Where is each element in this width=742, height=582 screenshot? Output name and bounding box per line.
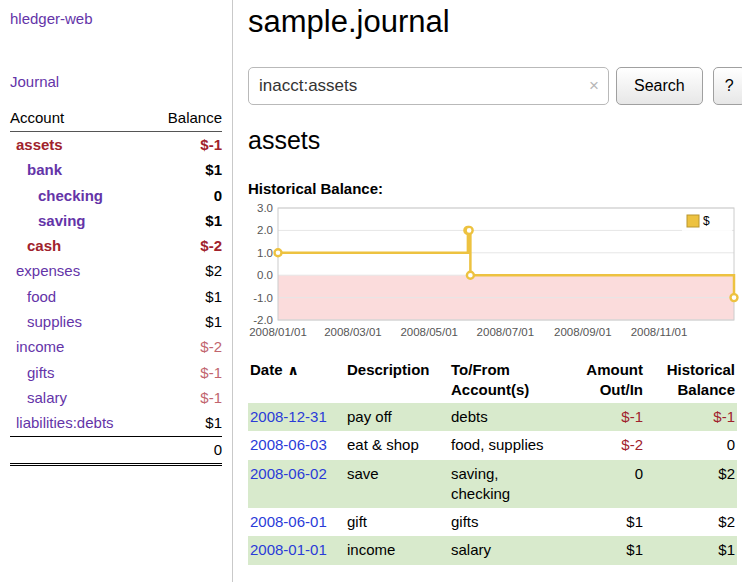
account-link[interactable]: expenses	[16, 262, 80, 279]
account-row: liabilities:debts$1	[10, 410, 222, 436]
account-link[interactable]: saving	[38, 212, 86, 229]
page-title: sample.journal	[248, 4, 742, 40]
data-point-marker	[467, 272, 474, 279]
historical-balance-chart: 3.02.01.00.0-1.0-2.02008/01/012008/03/01…	[248, 202, 740, 344]
account-balance: $-2	[149, 233, 222, 258]
clear-search-icon[interactable]: ×	[589, 76, 599, 96]
account-balance: $1	[149, 157, 222, 182]
transaction-balance: $-1	[645, 403, 737, 431]
accounts-header-row: Account Balance	[10, 107, 222, 132]
accounts-header-balance: Balance	[149, 107, 222, 132]
account-link[interactable]: checking	[38, 187, 103, 204]
x-tick-label: 2008/01/01	[249, 326, 307, 338]
account-link[interactable]: gifts	[27, 364, 55, 381]
y-tick-label: 1.0	[257, 247, 273, 259]
account-link[interactable]: bank	[27, 161, 62, 178]
register-row: 2008-06-02savesaving, checking0$2	[248, 460, 737, 509]
transaction-accounts: gifts	[449, 508, 561, 536]
register-header-row: Date∧ Description To/From Account(s) Amo…	[248, 356, 737, 403]
column-header-amount: Amount Out/In	[561, 356, 645, 403]
y-tick-label: -1.0	[253, 292, 273, 304]
register-body: 2008-12-31pay offdebts$-1$-12008-06-03ea…	[248, 403, 737, 565]
account-row: supplies$1	[10, 309, 222, 334]
column-header-date[interactable]: Date∧	[248, 356, 345, 403]
y-tick-label: 2.0	[257, 224, 273, 236]
account-link[interactable]: assets	[16, 136, 63, 153]
transaction-amount: $1	[561, 508, 645, 536]
transaction-amount: $-2	[561, 431, 645, 459]
account-balance: $1	[149, 284, 222, 309]
main-content: sample.journal × Search ? assets Histori…	[233, 0, 742, 582]
column-header-description: Description	[345, 356, 449, 403]
x-tick-label: 2008/05/01	[400, 326, 458, 338]
account-link[interactable]: cash	[27, 237, 61, 254]
account-balance: $1	[149, 410, 222, 436]
transaction-amount: $1	[561, 536, 645, 564]
register-table: Date∧ Description To/From Account(s) Amo…	[248, 356, 737, 565]
transaction-date-link[interactable]: 2008-01-01	[250, 541, 327, 558]
account-balance: $-2	[149, 334, 222, 359]
accounts-total: 0	[10, 436, 222, 464]
chart-container: 3.02.01.00.0-1.0-2.02008/01/012008/03/01…	[248, 202, 740, 344]
account-balance: 0	[149, 183, 222, 208]
accounts-header-account: Account	[10, 107, 149, 132]
accounts-total-row: 0	[10, 436, 222, 464]
register-row: 2008-06-01giftgifts$1$2	[248, 508, 737, 536]
account-row: cash$-2	[10, 233, 222, 258]
account-link[interactable]: liabilities:debts	[16, 414, 114, 431]
date-header-label: Date	[250, 361, 283, 378]
account-link[interactable]: supplies	[27, 313, 82, 330]
column-header-balance: Historical Balance	[645, 356, 737, 403]
account-row: income$-2	[10, 334, 222, 359]
transaction-date-link[interactable]: 2008-06-02	[250, 465, 327, 482]
transaction-description: income	[345, 536, 449, 564]
transaction-date-link[interactable]: 2008-12-31	[250, 408, 327, 425]
transaction-accounts: salary	[449, 536, 561, 564]
account-link[interactable]: income	[16, 338, 64, 355]
legend-swatch	[687, 215, 699, 227]
transaction-description: save	[345, 460, 449, 509]
search-input[interactable]	[248, 67, 609, 105]
y-tick-label: -2.0	[253, 314, 273, 326]
accounts-body: assets$-1bank$1checking0saving$1cash$-2e…	[10, 132, 222, 437]
transaction-balance: 0	[645, 431, 737, 459]
account-row: food$1	[10, 284, 222, 309]
transaction-accounts: saving, checking	[449, 460, 561, 509]
accounts-table: Account Balance assets$-1bank$1checking0…	[10, 107, 222, 466]
account-row: gifts$-1	[10, 360, 222, 385]
column-header-accounts: To/From Account(s)	[449, 356, 561, 403]
account-link[interactable]: food	[27, 288, 56, 305]
transaction-balance: $2	[645, 508, 737, 536]
transaction-accounts: debts	[449, 403, 561, 431]
search-box: ×	[248, 67, 609, 105]
legend-label: $	[703, 214, 710, 228]
data-point-marker	[275, 249, 282, 256]
account-row: salary$-1	[10, 385, 222, 410]
search-button[interactable]: Search	[616, 67, 703, 105]
register-row: 2008-06-03eat & shopfood, supplies$-20	[248, 431, 737, 459]
account-balance: $2	[149, 258, 222, 283]
help-button[interactable]: ?	[713, 67, 742, 105]
account-heading: assets	[248, 126, 742, 155]
transaction-date-link[interactable]: 2008-06-03	[250, 436, 327, 453]
transaction-accounts: food, supplies	[449, 431, 561, 459]
transaction-description: pay off	[345, 403, 449, 431]
y-tick-label: 0.0	[257, 269, 273, 281]
x-tick-label: 2008/07/01	[477, 326, 535, 338]
app-title-link[interactable]: hledger-web	[10, 10, 93, 27]
account-link[interactable]: salary	[27, 389, 67, 406]
account-row: expenses$2	[10, 258, 222, 283]
x-tick-label: 2008/11/01	[631, 326, 688, 338]
journal-link[interactable]: Journal	[10, 73, 59, 90]
account-balance: $1	[149, 208, 222, 233]
transaction-description: eat & shop	[345, 431, 449, 459]
account-row: bank$1	[10, 157, 222, 182]
app-window: hledger-web Journal Account Balance asse…	[0, 0, 742, 582]
chart-heading: Historical Balance:	[248, 180, 742, 197]
sort-ascending-icon[interactable]: ∧	[288, 362, 299, 378]
transaction-balance: $1	[645, 536, 737, 564]
register-row: 2008-01-01incomesalary$1$1	[248, 536, 737, 564]
account-row: saving$1	[10, 208, 222, 233]
sidebar: hledger-web Journal Account Balance asse…	[0, 0, 233, 582]
transaction-date-link[interactable]: 2008-06-01	[250, 513, 327, 530]
